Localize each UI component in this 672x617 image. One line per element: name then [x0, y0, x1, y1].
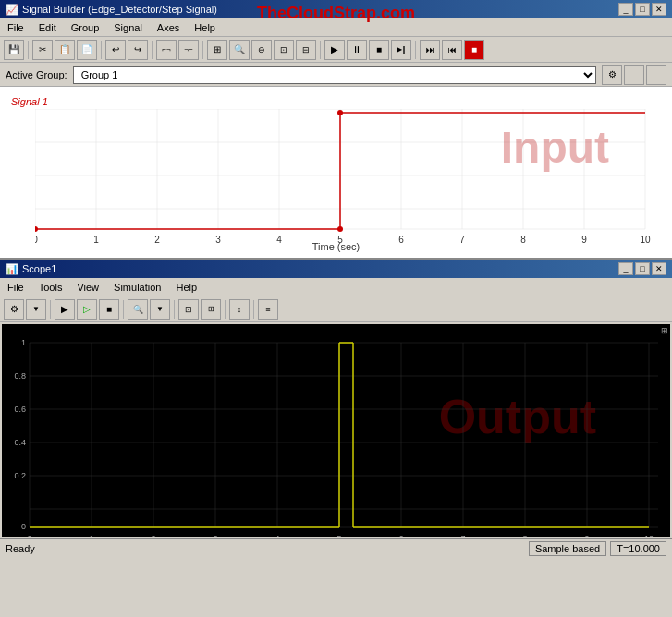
play-btn[interactable]: ▶ — [324, 40, 345, 60]
scope-stop-btn[interactable]: ■ — [99, 299, 119, 320]
svg-text:5: 5 — [336, 534, 341, 537]
svg-text:0.4: 0.4 — [14, 438, 26, 447]
scope-close-button[interactable]: ✕ — [652, 262, 666, 275]
scope-fit-btn[interactable]: ⊡ — [178, 299, 199, 320]
step-back-btn[interactable]: ⏮ — [442, 40, 462, 60]
active-group-buttons: ⚙ — [602, 65, 666, 85]
stop-btn[interactable]: ■ — [369, 40, 389, 60]
settings-btn[interactable]: ⚙ — [602, 65, 622, 85]
active-group-select[interactable]: Group 1 — [73, 66, 596, 84]
scope-restore-button[interactable]: □ — [635, 262, 650, 275]
svg-text:6: 6 — [398, 534, 403, 537]
scope-param-btn[interactable]: ≡ — [258, 299, 278, 320]
scope-menubar: File Tools View Simulation Help — [0, 278, 672, 296]
menu-group[interactable]: Group — [67, 21, 104, 34]
svg-point-19 — [35, 226, 38, 232]
menu-axes[interactable]: Axes — [153, 21, 183, 34]
zoom-full-btn[interactable]: ⊟ — [296, 40, 316, 60]
step-fwd-btn[interactable]: ⏭ — [420, 40, 440, 60]
scope-cursor-btn[interactable]: ↕ — [229, 299, 250, 320]
scope-menu-view[interactable]: View — [73, 281, 103, 294]
scope-menu-tools[interactable]: Tools — [35, 281, 67, 294]
signal-builder-title: Signal Builder (Edge_Detector/Step Signa… — [22, 4, 217, 15]
save-btn[interactable]: 💾 — [4, 40, 24, 60]
scope-chart: Output ⊞ 1 0.8 0. — [2, 324, 670, 537]
copy-btn[interactable]: 📋 — [55, 40, 75, 60]
menu-edit[interactable]: Edit — [35, 21, 60, 34]
sep5 — [320, 41, 321, 59]
paste-btn[interactable]: 📄 — [77, 40, 97, 60]
svg-text:2: 2 — [151, 534, 155, 537]
undo-btn[interactable]: ↩ — [105, 40, 126, 60]
step-down-btn[interactable]: ¬⌐ — [178, 40, 199, 60]
svg-text:3: 3 — [215, 235, 221, 243]
svg-text:4: 4 — [276, 235, 282, 243]
scope-zoom-btn[interactable]: 🔍 — [128, 299, 148, 320]
cut-btn[interactable]: ✂ — [32, 40, 53, 60]
play-all-btn[interactable]: ▶‖ — [391, 40, 411, 60]
group-btn2[interactable] — [646, 65, 666, 85]
signal-chart-container: Signal 1 Input — [0, 87, 672, 258]
signal-builder-toolbar: 💾 ✂ 📋 📄 ↩ ↪ ⌐¬ ¬⌐ ⊞ 🔍 ⊖ ⊡ ⊟ ▶ ⏸ ■ ▶‖ ⏭ ⏮… — [0, 37, 672, 63]
svg-text:7: 7 — [460, 534, 465, 537]
svg-text:0.2: 0.2 — [14, 471, 26, 480]
zoom-fit-btn[interactable]: ⊡ — [274, 40, 294, 60]
svg-text:1: 1 — [21, 338, 26, 347]
restore-button[interactable]: □ — [635, 3, 650, 16]
svg-text:0: 0 — [35, 235, 38, 243]
sep4 — [202, 41, 203, 59]
zoom-in-btn[interactable]: 🔍 — [229, 40, 250, 60]
active-group-label: Active Group: — [6, 69, 67, 80]
close-button[interactable]: ✕ — [652, 3, 666, 16]
active-group-bar: Active Group: Group 1 ⚙ — [0, 63, 672, 87]
signal-builder-controls: _ □ ✕ — [618, 3, 666, 16]
scope-sep3 — [174, 300, 175, 319]
input-watermark: Input — [501, 122, 609, 173]
scope-menu-simulation[interactable]: Simulation — [110, 281, 165, 294]
scope-settings-btn[interactable]: ⚙ — [4, 299, 24, 320]
redo-btn[interactable]: ↪ — [128, 40, 148, 60]
scope-sep4 — [225, 300, 226, 319]
pause-btn[interactable]: ⏸ — [347, 40, 367, 60]
scope-icon: 📊 — [6, 263, 18, 275]
svg-text:2: 2 — [154, 235, 160, 243]
scope-play-btn[interactable]: ▶ — [55, 299, 75, 320]
sep3 — [152, 41, 153, 59]
scope-record-btn[interactable]: ▷ — [77, 299, 97, 320]
scope-svg: 1 0.8 0.6 0.4 0.2 0 0 1 — [2, 324, 670, 537]
scope-controls: _ □ ✕ — [618, 262, 666, 275]
scope-window: 📊 Scope1 TheCloudStrap.com _ □ ✕ File To… — [0, 258, 672, 557]
svg-text:8: 8 — [522, 534, 527, 537]
svg-text:8: 8 — [520, 235, 526, 243]
scope-zoom2-btn[interactable]: ▼ — [150, 299, 170, 320]
signal-label: Signal 1 — [11, 96, 48, 107]
svg-text:1: 1 — [89, 534, 93, 537]
scope-sep5 — [253, 300, 254, 319]
svg-text:7: 7 — [459, 235, 465, 243]
signal-builder-icon: 📈 — [6, 4, 18, 16]
zoom-out-btn[interactable]: ⊖ — [251, 40, 272, 60]
group-btn1[interactable] — [624, 65, 644, 85]
scope-minimize-button[interactable]: _ — [618, 262, 633, 275]
stop2-btn[interactable]: ■ — [464, 40, 484, 60]
grid-btn[interactable]: ⊞ — [207, 40, 227, 60]
scope-sep1 — [50, 300, 51, 319]
cloudstrap-watermark: TheCloudStrap.com — [257, 4, 415, 23]
minimize-button[interactable]: _ — [618, 3, 633, 16]
status-bar: Ready Sample based T=10.000 — [0, 538, 672, 557]
menu-file[interactable]: File — [4, 21, 28, 34]
scope-settings2-btn[interactable]: ▼ — [26, 299, 46, 320]
scope-fit2-btn[interactable]: ⊞ — [201, 299, 221, 320]
svg-text:9: 9 — [584, 534, 589, 537]
svg-text:0.8: 0.8 — [14, 371, 26, 381]
menu-signal[interactable]: Signal — [110, 21, 146, 34]
status-right: Sample based T=10.000 — [529, 541, 666, 556]
time-field: T=10.000 — [610, 541, 666, 556]
scope-menu-help[interactable]: Help — [172, 281, 201, 294]
step-up-btn[interactable]: ⌐¬ — [156, 40, 177, 60]
scope-menu-file[interactable]: File — [4, 281, 28, 294]
svg-text:9: 9 — [581, 235, 587, 243]
status-ready: Ready — [6, 543, 35, 554]
svg-text:4: 4 — [275, 534, 279, 537]
menu-help[interactable]: Help — [190, 21, 219, 34]
